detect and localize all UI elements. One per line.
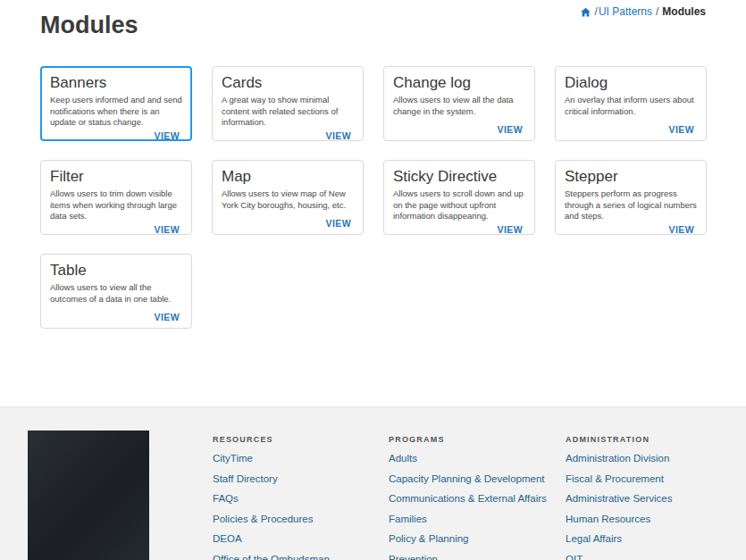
footer-link[interactable]: DEOA — [213, 533, 382, 546]
footer-link[interactable]: Policy & Planning — [389, 533, 558, 546]
footer-link[interactable]: Families — [389, 514, 558, 526]
view-button[interactable]: VIEW — [152, 129, 182, 141]
card-title: Change log — [393, 74, 525, 92]
card-title: Dialog — [565, 74, 697, 92]
footer-link[interactable]: Prevention — [389, 554, 558, 560]
page-title: Modules — [40, 12, 138, 39]
footer-link[interactable]: FAQs — [213, 493, 382, 506]
view-button[interactable]: VIEW — [152, 222, 182, 235]
footer-link[interactable]: Policies & Procedures — [213, 514, 382, 526]
footer-column-programs: PROGRAMS Adults Capacity Planning & Deve… — [389, 435, 558, 560]
footer-link[interactable]: Legal Affairs — [566, 533, 735, 546]
footer-link[interactable]: Staff Directory — [213, 473, 382, 486]
footer-link[interactable]: Human Resources — [566, 514, 735, 526]
card-description: Allows users to trim down visible items … — [50, 188, 182, 222]
card-title: Map — [222, 168, 354, 186]
breadcrumb-link-ui-patterns[interactable]: UI Patterns — [599, 5, 652, 18]
card-description: Allows users to scroll down and up on th… — [393, 188, 525, 222]
footer-column-administration: ADMINISTRATION Administration Division F… — [566, 435, 735, 560]
modules-grid: Banners Keep users informed and and send… — [40, 66, 707, 329]
card-description: A great way to show minimal content with… — [222, 95, 354, 129]
footer-link[interactable]: Administration Division — [566, 453, 735, 465]
module-card-cards[interactable]: Cards A great way to show minimal conten… — [212, 66, 364, 141]
footer: RESOURCES CityTime Staff Directory FAQs … — [0, 406, 746, 560]
footer-column-header: RESOURCES — [213, 435, 382, 444]
module-card-filter[interactable]: Filter Allows users to trim down visible… — [40, 160, 192, 235]
card-title: Stepper — [565, 168, 697, 186]
module-card-sticky-directive[interactable]: Sticky Directive Allows users to scroll … — [383, 160, 535, 235]
card-description: Keep users informed and and send notific… — [50, 95, 182, 129]
breadcrumb: / UI Patterns / Modules — [580, 5, 706, 18]
footer-column-resources: RESOURCES CityTime Staff Directory FAQs … — [213, 435, 382, 560]
footer-link[interactable]: Communications & External Affairs — [389, 493, 558, 506]
module-card-map[interactable]: Map Allows users to view map of New York… — [212, 160, 364, 235]
footer-link[interactable]: Administrative Services — [566, 493, 735, 506]
card-title: Table — [50, 262, 182, 280]
module-card-banners[interactable]: Banners Keep users informed and and send… — [40, 66, 192, 141]
footer-link[interactable]: Office of the Ombudsman — [213, 554, 382, 560]
breadcrumb-current: Modules — [662, 5, 706, 18]
breadcrumb-separator: / — [656, 5, 658, 18]
footer-link[interactable]: Capacity Planning & Development — [389, 473, 558, 486]
module-card-stepper[interactable]: Stepper Steppers perform as progress thr… — [555, 160, 707, 235]
home-icon[interactable] — [580, 6, 591, 18]
card-title: Banners — [50, 74, 182, 92]
view-button[interactable]: VIEW — [666, 222, 697, 235]
card-title: Cards — [222, 74, 354, 92]
view-button[interactable]: VIEW — [152, 310, 182, 322]
view-button[interactable]: VIEW — [495, 222, 525, 235]
footer-link[interactable]: CityTime — [213, 453, 382, 465]
view-button[interactable]: VIEW — [323, 129, 354, 141]
card-title: Filter — [50, 168, 182, 186]
footer-link[interactable]: OIT — [566, 554, 735, 560]
view-button[interactable]: VIEW — [323, 216, 354, 229]
card-description: Allows users to view all the data change… — [393, 95, 525, 117]
footer-column-header: PROGRAMS — [389, 435, 558, 444]
module-card-dialog[interactable]: Dialog An overlay that inform users abou… — [555, 66, 707, 141]
footer-link[interactable]: Adults — [389, 453, 558, 465]
card-description: Allows users to view all the outcomes of… — [50, 282, 182, 305]
card-description: Steppers perform as progress through a s… — [565, 188, 697, 222]
card-title: Sticky Directive — [393, 168, 525, 186]
footer-column-header: ADMINISTRATION — [566, 435, 735, 444]
view-button[interactable]: VIEW — [495, 122, 525, 135]
module-card-table[interactable]: Table Allows users to view all the outco… — [40, 254, 192, 329]
footer-link[interactable]: Fiscal & Procurement — [566, 473, 735, 486]
footer-image — [28, 430, 149, 560]
module-card-change-log[interactable]: Change log Allows users to view all the … — [383, 66, 535, 141]
breadcrumb-separator: / — [595, 5, 598, 18]
card-description: An overlay that inform users about criti… — [565, 95, 697, 117]
view-button[interactable]: VIEW — [666, 122, 697, 135]
card-description: Allows users to view map of New York Cit… — [222, 188, 354, 211]
